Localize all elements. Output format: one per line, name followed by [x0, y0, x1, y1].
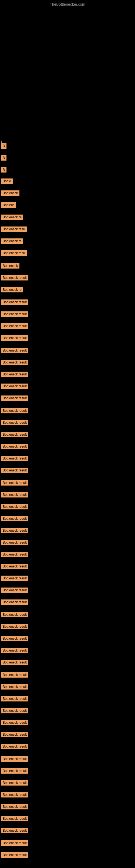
bottleneck-item[interactable]: Bottleneck result: [1, 696, 28, 702]
bottleneck-item[interactable]: Bottleneck result: [1, 300, 28, 305]
bottleneck-item[interactable]: Bottleneck result: [1, 792, 28, 798]
bottleneck-item[interactable]: Bottleneck: [1, 190, 19, 196]
bottleneck-item[interactable]: B: [1, 143, 6, 149]
bottleneck-item[interactable]: Bottlene: [1, 203, 16, 208]
bottleneck-item[interactable]: Bottleneck result: [1, 492, 28, 497]
bottleneck-item[interactable]: Bottleneck result: [1, 648, 28, 653]
bottleneck-item[interactable]: Bottleneck result: [1, 383, 28, 389]
bottleneck-item[interactable]: Bottleneck result: [1, 528, 28, 533]
bottleneck-item[interactable]: Bottleneck result: [1, 360, 28, 365]
bottleneck-item[interactable]: Bottleneck result: [1, 672, 28, 678]
bottleneck-item[interactable]: Bottleneck result: [1, 684, 28, 689]
bottleneck-item[interactable]: Bottleneck result: [1, 420, 28, 425]
bottleneck-item[interactable]: Bottleneck result: [1, 311, 28, 317]
bottleneck-item[interactable]: Bottleneck result: [1, 708, 28, 713]
bottleneck-item[interactable]: Bottleneck result: [1, 828, 28, 833]
bottleneck-item[interactable]: Bottleneck result: [1, 780, 28, 785]
bottleneck-item[interactable]: Bottleneck result: [1, 504, 28, 509]
bottleneck-item[interactable]: Bottleneck result: [1, 588, 28, 593]
bottleneck-item[interactable]: Bottleneck result: [1, 564, 28, 569]
bottleneck-item[interactable]: Bottleneck result: [1, 720, 28, 725]
bottleneck-item[interactable]: Bottleneck result: [1, 612, 28, 617]
bottleneck-item[interactable]: Bottleneck re: [1, 287, 23, 292]
bottleneck-item[interactable]: Bottleneck result: [1, 348, 28, 353]
bottleneck-item[interactable]: Bottleneck resu: [1, 226, 27, 232]
bottleneck-item[interactable]: Bottleneck result: [1, 432, 28, 437]
bottleneck-item[interactable]: Bottle: [1, 179, 13, 184]
bottleneck-item[interactable]: Bottleneck result: [1, 744, 28, 749]
bottleneck-item[interactable]: Bottleneck resu: [1, 250, 27, 256]
bottleneck-item[interactable]: Bottleneck result: [1, 732, 28, 737]
bottleneck-item[interactable]: Bottleneck result: [1, 335, 28, 341]
bottleneck-item[interactable]: Bottleneck result: [1, 275, 28, 280]
bottleneck-item[interactable]: B: [1, 167, 6, 173]
bottleneck-item[interactable]: Bottleneck re: [1, 215, 23, 220]
site-title: TheBottlenecker.com: [0, 0, 135, 8]
bottleneck-item[interactable]: Bottleneck result: [1, 396, 28, 401]
bottleneck-item[interactable]: Bottleneck result: [1, 456, 28, 461]
bottleneck-item[interactable]: Bottleneck result: [1, 756, 28, 762]
bottleneck-item[interactable]: Bottleneck result: [1, 516, 28, 521]
bottleneck-item[interactable]: Bottleneck result: [1, 804, 28, 809]
bottleneck-item[interactable]: Bottleneck result: [1, 540, 28, 545]
bottleneck-item[interactable]: Bottleneck result: [1, 468, 28, 473]
bottleneck-item[interactable]: Bottleneck result: [1, 852, 28, 858]
bottleneck-item[interactable]: Bottleneck result: [1, 660, 28, 665]
bottleneck-item[interactable]: Bottleneck result: [1, 444, 28, 449]
bottleneck-item[interactable]: Bottleneck result: [1, 624, 28, 629]
bottleneck-item[interactable]: Bottleneck result: [1, 372, 28, 377]
bottleneck-item[interactable]: Bottleneck result: [1, 408, 28, 413]
bottleneck-item[interactable]: Bottleneck result: [1, 552, 28, 557]
bottleneck-item[interactable]: Bottleneck result: [1, 816, 28, 822]
bottleneck-item[interactable]: Bottleneck result: [1, 576, 28, 581]
bottleneck-item[interactable]: Bottleneck re: [1, 239, 23, 244]
bottleneck-item[interactable]: Bottleneck result: [1, 840, 28, 846]
bottleneck-item[interactable]: Bottleneck result: [1, 480, 28, 486]
bottleneck-item[interactable]: Bottleneck result: [1, 768, 28, 774]
bottleneck-item[interactable]: Bottleneck result: [1, 636, 28, 641]
site-header: TheBottlenecker.com: [0, 0, 135, 8]
bottleneck-item[interactable]: Bottleneck result: [1, 599, 28, 605]
bottleneck-item[interactable]: Bottleneck result: [1, 323, 28, 329]
bottleneck-item[interactable]: B: [1, 155, 6, 161]
bottleneck-item[interactable]: Bottleneck: [1, 263, 19, 269]
